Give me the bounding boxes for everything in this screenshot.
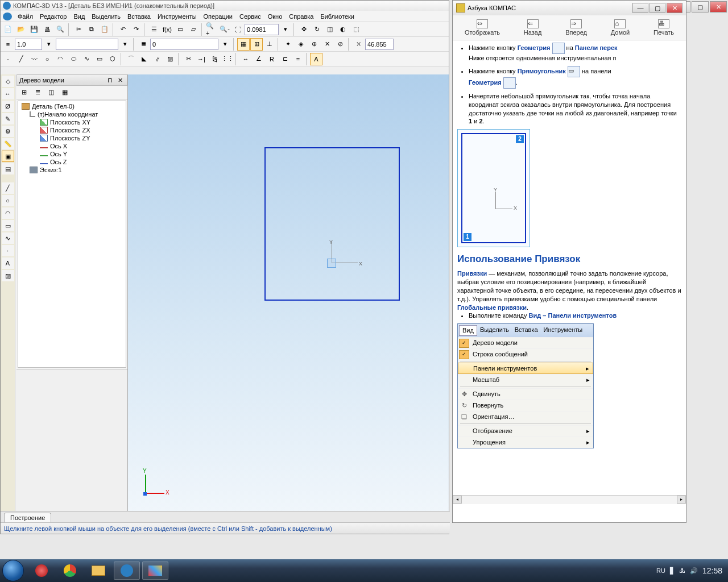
wireframe-button[interactable]: ⬚ <box>350 23 362 36</box>
menu-view[interactable]: Вид <box>70 12 88 21</box>
menu-editor[interactable]: Редактор <box>36 12 70 21</box>
rail-symbols-icon[interactable]: Ø <box>2 101 14 112</box>
build-tab[interactable]: Построение <box>4 513 51 522</box>
ellipse-tool[interactable]: ⬭ <box>67 53 80 65</box>
sketch-button[interactable]: ▭ <box>174 23 187 36</box>
scroll-track[interactable] <box>462 496 677 504</box>
task-explorer[interactable] <box>85 562 111 580</box>
zoom-fit-button[interactable]: ⛶ <box>231 23 244 36</box>
properties-button[interactable]: ☰ <box>148 23 160 36</box>
tree-tool-4[interactable]: ▦ <box>59 86 71 99</box>
tree-item[interactable]: Ось Z <box>19 158 125 166</box>
menu-select[interactable]: Выделить <box>88 12 124 21</box>
menu-service[interactable]: Сервис <box>236 12 264 21</box>
cut-button[interactable]: ✂ <box>72 23 85 36</box>
snap-point-button[interactable]: ✦ <box>282 38 294 51</box>
task-chrome[interactable] <box>57 562 83 580</box>
linestyle-input[interactable] <box>56 39 118 50</box>
tree-tool-1[interactable]: ⊞ <box>18 86 30 99</box>
snap-intersect-button[interactable]: ✕ <box>321 38 333 51</box>
rail-text-icon[interactable]: A <box>2 257 14 269</box>
polygon-tool[interactable]: ⬡ <box>106 53 119 65</box>
variables-button[interactable]: f(x) <box>161 23 173 36</box>
rect-tool[interactable]: ▭ <box>93 53 106 65</box>
coord-mode-button[interactable]: ⤬ <box>352 38 365 51</box>
rotate-button[interactable]: ↻ <box>311 23 323 36</box>
os-maximize-button[interactable]: ▢ <box>692 1 709 13</box>
tree-tool-3[interactable]: ◫ <box>45 86 57 99</box>
task-paint[interactable] <box>142 562 168 580</box>
preview-button[interactable]: 🔍 <box>54 23 67 36</box>
fillet-tool[interactable]: ⌒ <box>125 53 137 65</box>
help-nav-back[interactable]: ⇐Назад <box>524 19 542 36</box>
scroll-left-button[interactable]: ◂ <box>453 496 462 504</box>
help-nav-forward[interactable]: ⇒Вперед <box>565 19 587 36</box>
offset-tool[interactable]: ⫽ <box>151 53 163 65</box>
circle-tool[interactable]: ○ <box>41 53 53 65</box>
arc-tool[interactable]: ◠ <box>54 53 67 65</box>
menu-help[interactable]: Справка <box>286 12 317 21</box>
layer-dropdown[interactable]: ▾ <box>219 38 231 51</box>
style-input[interactable]: 1.0 <box>15 39 42 50</box>
rail-spec-icon[interactable]: ▤ <box>2 163 14 174</box>
new-button[interactable]: 📄 <box>2 23 14 36</box>
help-minimize-button[interactable]: — <box>632 3 648 13</box>
undo-button[interactable]: ↶ <box>117 23 129 36</box>
layer-icon[interactable]: ≣ <box>137 38 150 51</box>
tree-item[interactable]: Плоскость ZX <box>19 126 125 134</box>
trim-tool[interactable]: ✂ <box>182 53 195 65</box>
rail-point-icon[interactable]: · <box>2 245 14 256</box>
task-opera[interactable] <box>28 562 55 580</box>
menu-insert[interactable]: Вставка <box>124 12 154 21</box>
help-nav-print[interactable]: 🖶Печать <box>653 19 674 36</box>
rail-geometry-icon[interactable]: ◇ <box>2 76 14 87</box>
tree-item[interactable]: (т)Начало координат <box>19 110 125 118</box>
zoom-out-button[interactable]: 🔍- <box>218 23 231 36</box>
ortho-toggle[interactable]: ⊥ <box>263 38 276 51</box>
paste-button[interactable]: 📋 <box>98 23 111 36</box>
rail-measure-icon[interactable]: 📏 <box>2 138 14 149</box>
style-dropdown[interactable]: ▾ <box>43 38 55 51</box>
menu-operations[interactable]: Операции <box>200 12 236 21</box>
hatch-tool[interactable]: ▨ <box>164 53 176 65</box>
help-h-scrollbar[interactable]: ◂ ▸ <box>453 495 686 504</box>
pan-button[interactable]: ✥ <box>297 23 310 36</box>
help-close-button[interactable]: ✕ <box>667 3 682 13</box>
render-button[interactable]: ◐ <box>337 23 349 36</box>
scroll-right-button[interactable]: ▸ <box>677 496 686 504</box>
zoom-value-input[interactable]: 0.0981 <box>245 24 279 35</box>
dim-radius-tool[interactable]: R <box>266 53 278 65</box>
tree-item[interactable]: Деталь (Тел-0) <box>19 102 125 110</box>
tray-clock[interactable]: 12:58 <box>702 566 722 575</box>
array-tool[interactable]: ⋮⋮ <box>221 53 234 65</box>
rail-spline-icon[interactable]: ∿ <box>2 232 14 244</box>
zoom-dropdown-button[interactable]: ▾ <box>279 23 292 36</box>
constraint-tool[interactable]: ⊏ <box>279 53 291 65</box>
snap-toggle[interactable]: ▦ <box>237 38 250 51</box>
tree-tool-2[interactable]: ≣ <box>31 86 44 99</box>
redo-button[interactable]: ↷ <box>130 23 142 36</box>
coord-input[interactable]: 46.855 <box>365 39 394 50</box>
point-tool[interactable]: · <box>2 53 14 65</box>
tray-volume-icon[interactable]: 🔊 <box>690 567 698 575</box>
style-icon[interactable]: ≡ <box>2 38 14 51</box>
layer-input[interactable]: 0 <box>150 39 218 50</box>
autoconstraint-toggle[interactable]: A <box>310 53 322 65</box>
tree-item[interactable]: Ось X <box>19 142 125 150</box>
rail-line-icon[interactable]: ╱ <box>2 182 14 194</box>
tray-network-icon[interactable]: 🖧 <box>679 567 685 574</box>
print-button[interactable]: 🖶 <box>41 23 53 36</box>
tray-flag-icon[interactable]: ▋ <box>670 567 675 575</box>
rail-select-icon[interactable]: ▣ <box>2 151 14 162</box>
chamfer-tool[interactable]: ◣ <box>138 53 150 65</box>
os-close-button[interactable]: ✕ <box>710 1 727 13</box>
rail-hatch-icon[interactable]: ▨ <box>2 270 14 281</box>
rail-edit-icon[interactable]: ✎ <box>2 113 14 124</box>
sketch2-button[interactable]: ▱ <box>187 23 200 36</box>
snap-center-button[interactable]: ⊕ <box>308 38 320 51</box>
spline-tool[interactable]: ∿ <box>80 53 93 65</box>
tray-lang[interactable]: RU <box>656 567 665 574</box>
model-tree-body[interactable]: Деталь (Тел-0)(т)Начало координатПлоскос… <box>18 101 126 368</box>
zoom-in-button[interactable]: 🔍+ <box>205 23 218 36</box>
line-tool[interactable]: ╱ <box>15 53 27 65</box>
